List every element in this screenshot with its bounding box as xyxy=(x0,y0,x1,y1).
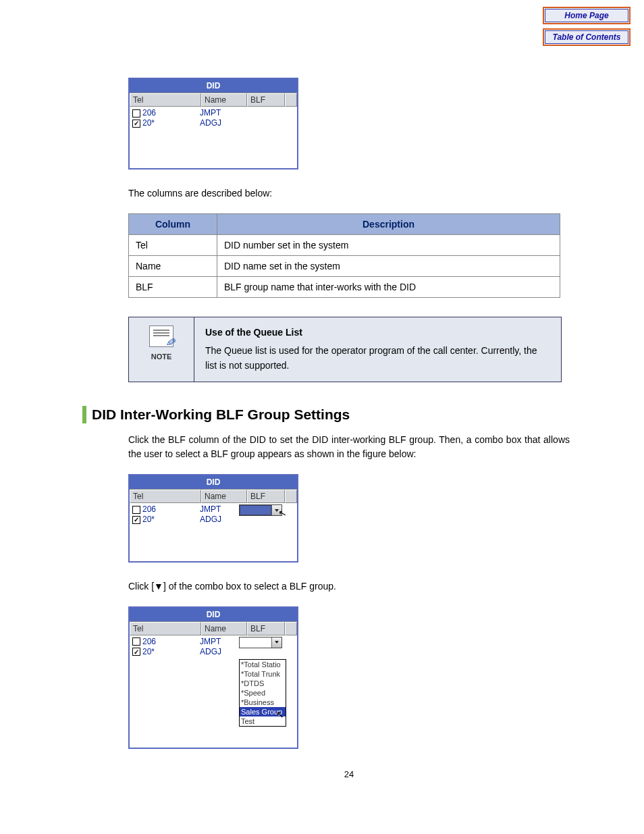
did-row: 206 JMPT xyxy=(132,108,294,118)
checkbox-unchecked[interactable] xyxy=(132,506,140,514)
did-row-tel: 20* xyxy=(142,118,200,128)
dropdown-item[interactable]: *Business xyxy=(240,698,286,707)
did-header-tel: Tel xyxy=(130,490,201,503)
desc-cell-col: Tel xyxy=(129,234,217,255)
checkbox-unchecked[interactable] xyxy=(132,109,140,118)
dropdown-item[interactable]: *DTDS xyxy=(240,679,286,688)
desc-cell-col: BLF xyxy=(129,276,217,297)
toc-button[interactable]: Table of Contents xyxy=(543,28,630,46)
note-label: NOTE xyxy=(151,353,172,361)
desc-cell-desc: DID number set in the system xyxy=(217,234,560,255)
did-row: 206 JMPT xyxy=(132,637,239,647)
did-row-tel: 20* xyxy=(142,515,200,525)
did-row-name: ADGJ xyxy=(200,118,239,128)
section-heading: DID Inter-Working BLF Group Settings xyxy=(82,406,570,423)
checkbox-checked[interactable]: ✓ xyxy=(132,648,140,656)
page-number: 24 xyxy=(128,769,570,779)
did-headers: Tel Name BLF xyxy=(130,621,297,635)
did-panel-2: DID Tel Name BLF 206 JMPT ✓ 20* xyxy=(128,474,298,563)
did-row: ✓ 20* ADGJ xyxy=(132,647,239,657)
did-row: 206 JMPT xyxy=(132,504,239,515)
desc-cell-desc: BLF group name that inter-works with the… xyxy=(217,276,560,297)
did-row: ✓ 20* ADGJ xyxy=(132,515,239,525)
section-p1: Click the BLF column of the DID to set t… xyxy=(128,433,570,462)
note-body: The Queue list is used for the operator … xyxy=(205,344,550,373)
did-row-name: ADGJ xyxy=(200,647,239,657)
desc-cell-col: Name xyxy=(129,255,217,276)
did-headers: Tel Name BLF xyxy=(130,489,297,503)
did-title: DID xyxy=(130,79,297,93)
columns-intro: The columns are described below: xyxy=(128,186,570,201)
toc-label: Table of Contents xyxy=(545,30,628,44)
did-row-tel: 206 xyxy=(142,637,200,647)
note-title: Use of the Queue List xyxy=(205,325,550,340)
section-title: DID Inter-Working BLF Group Settings xyxy=(92,407,350,423)
did-row-tel: 206 xyxy=(142,504,200,515)
did-row-tel: 206 xyxy=(142,108,200,118)
did-headers: Tel Name BLF xyxy=(130,93,297,107)
did-title: DID xyxy=(130,608,297,621)
did-panel-3: DID Tel Name BLF 206 JMPT ✓ 20* xyxy=(128,606,298,749)
did-header-scroll xyxy=(285,622,297,635)
did-header-tel: Tel xyxy=(130,622,201,635)
cursor-icon: ↖ xyxy=(277,507,288,520)
did-header-blf: BLF xyxy=(247,93,285,107)
desc-cell-desc: DID name set in the system xyxy=(217,255,560,276)
cursor-icon: ↖ xyxy=(276,710,284,719)
did-header-blf: BLF xyxy=(247,622,285,635)
description-table: Column Description Tel DID number set in… xyxy=(128,213,560,298)
did-header-tel: Tel xyxy=(130,93,201,107)
dropdown-item[interactable]: *Speed xyxy=(240,688,286,698)
note-icon xyxy=(149,325,173,347)
table-row: BLF BLF group name that inter-works with… xyxy=(129,276,560,297)
chevron-down-icon[interactable] xyxy=(271,637,281,648)
note-box: NOTE Use of the Queue List The Queue lis… xyxy=(128,317,562,382)
checkbox-checked[interactable]: ✓ xyxy=(132,516,140,524)
table-row: Name DID name set in the system xyxy=(129,255,560,276)
did-title: DID xyxy=(130,475,297,489)
did-header-scroll xyxy=(285,490,297,503)
did-header-name: Name xyxy=(201,622,247,635)
desc-th-column: Column xyxy=(129,213,217,234)
did-row-name: JMPT xyxy=(200,637,239,647)
blf-combo-box-open[interactable] xyxy=(239,637,282,648)
did-header-blf: BLF xyxy=(247,490,285,503)
top-nav: Home Page Table of Contents xyxy=(543,7,630,46)
section-p2: Click [▼] of the combo box to select a B… xyxy=(128,579,570,594)
did-header-name: Name xyxy=(201,93,247,107)
did-row-name: ADGJ xyxy=(200,515,239,525)
desc-th-description: Description xyxy=(217,213,560,234)
dropdown-item[interactable]: *Total Trunk xyxy=(240,669,286,679)
blf-combo-box[interactable]: ↖ xyxy=(239,504,282,516)
did-panel-1: DID Tel Name BLF 206 JMPT ✓ 20* ADGJ xyxy=(128,78,298,170)
did-header-name: Name xyxy=(201,490,247,503)
checkbox-checked[interactable]: ✓ xyxy=(132,120,140,128)
checkbox-unchecked[interactable] xyxy=(132,637,140,646)
table-row: Tel DID number set in the system xyxy=(129,234,560,255)
section-bar-icon xyxy=(82,406,86,423)
blf-dropdown-list: *Total Statio *Total Trunk *DTDS *Speed … xyxy=(239,659,286,727)
did-row-tel: 20* xyxy=(142,647,200,657)
did-header-scroll xyxy=(285,93,297,107)
did-row-name: JMPT xyxy=(200,504,239,515)
did-row-name: JMPT xyxy=(200,108,239,118)
home-page-label: Home Page xyxy=(545,9,628,22)
did-row: ✓ 20* ADGJ xyxy=(132,118,294,128)
dropdown-item[interactable]: *Total Statio xyxy=(240,660,286,669)
home-page-button[interactable]: Home Page xyxy=(543,7,630,24)
